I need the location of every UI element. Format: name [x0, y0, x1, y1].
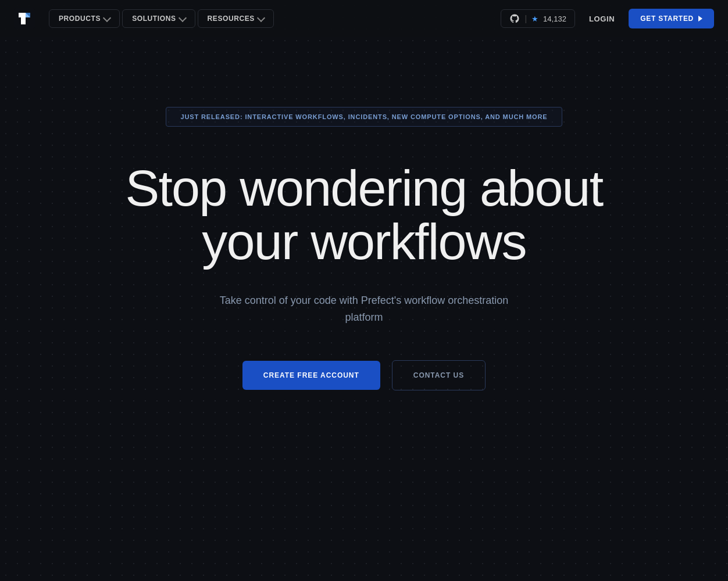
get-started-label: GET STARTED [640, 15, 694, 23]
hero-title-line2: your workflows [202, 213, 526, 270]
nav-left: PRODUCTS SOLUTIONS RESOURCES [14, 8, 274, 29]
arrow-right-icon [698, 16, 702, 21]
cta-buttons: CREATE FREE ACCOUNT CONTACT US [242, 360, 486, 390]
hero-section: JUST RELEASED: INTERACTIVE WORKFLOWS, IN… [0, 37, 728, 425]
hero-subtitle: Take control of your code with Prefect's… [213, 292, 515, 326]
logo[interactable] [14, 8, 35, 29]
solutions-label: SOLUTIONS [132, 15, 176, 23]
products-label: PRODUCTS [59, 15, 101, 23]
resources-menu-button[interactable]: RESOURCES [198, 9, 274, 28]
solutions-menu-button[interactable]: SOLUTIONS [122, 9, 195, 28]
hero-title: Stop wondering about your workflows [126, 162, 603, 269]
login-button[interactable]: LOGIN [582, 10, 622, 28]
get-started-button[interactable]: GET STARTED [629, 9, 714, 28]
create-free-account-button[interactable]: CREATE FREE ACCOUNT [242, 361, 380, 390]
hero-title-line1: Stop wondering about [126, 159, 603, 217]
github-icon [509, 13, 520, 24]
nav-menu: PRODUCTS SOLUTIONS RESOURCES [49, 9, 274, 28]
contact-us-button[interactable]: CONTACT US [392, 360, 486, 390]
products-menu-button[interactable]: PRODUCTS [49, 9, 120, 28]
github-divider: | [524, 14, 527, 23]
github-badge[interactable]: | ★ 14,132 [501, 9, 574, 28]
nav-right: | ★ 14,132 LOGIN GET STARTED [501, 9, 714, 28]
announcement-banner[interactable]: JUST RELEASED: INTERACTIVE WORKFLOWS, IN… [166, 107, 562, 127]
star-icon: ★ [531, 15, 538, 23]
solutions-chevron-icon [178, 13, 186, 21]
resources-label: RESOURCES [208, 15, 255, 23]
products-chevron-icon [103, 13, 111, 21]
navbar: PRODUCTS SOLUTIONS RESOURCES | ★ 14,132 … [0, 0, 728, 37]
resources-chevron-icon [257, 13, 265, 21]
github-star-count: 14,132 [543, 15, 566, 23]
